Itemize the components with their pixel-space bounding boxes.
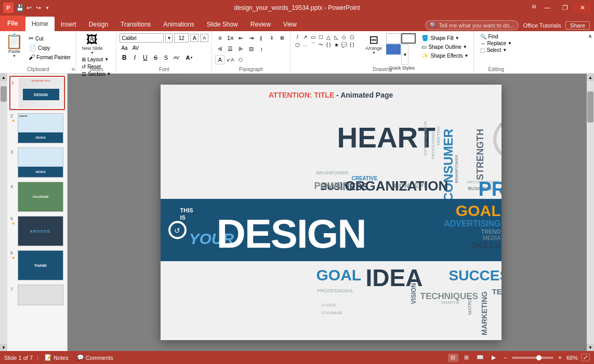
cut-btn[interactable]: ✂Cut xyxy=(27,34,73,43)
zoom-thumb[interactable] xyxy=(536,355,542,360)
convert-smartart-btn[interactable]: ⬡ xyxy=(236,55,245,64)
clipboard-expand[interactable]: ⧉ xyxy=(72,67,75,72)
line-spacing-btn[interactable]: ↕ xyxy=(257,44,266,53)
minimize-btn[interactable]: — xyxy=(539,3,556,13)
justify-btn[interactable]: ⊟ xyxy=(246,44,256,53)
qat-more[interactable]: ▼ xyxy=(44,4,51,11)
slide-thumb-2[interactable]: 2 ★ DESIGN DESIGN xyxy=(9,112,65,144)
paste-btn[interactable]: 📋 Paste ▼ xyxy=(3,33,25,59)
font-size-decrease[interactable]: A xyxy=(200,34,208,42)
bullets-btn[interactable]: ≡ xyxy=(215,33,225,43)
shape-brace[interactable]: { } xyxy=(325,41,332,48)
strikethrough-btn[interactable]: S xyxy=(151,53,160,62)
tab-design[interactable]: Design xyxy=(83,18,114,31)
quick-style-dropdown[interactable]: ▼ xyxy=(401,44,408,65)
slide-thumb-4[interactable]: 4 VOLUNTEER xyxy=(9,181,65,213)
shape-hex[interactable]: ⬡ xyxy=(294,41,301,48)
text-direction-btn2[interactable]: ↙A xyxy=(226,55,235,64)
shape-line[interactable]: / xyxy=(294,33,301,41)
qat-undo[interactable]: ↩ xyxy=(25,4,33,12)
align-right-btn[interactable]: ⫸ xyxy=(236,44,245,53)
columns-btn[interactable]: ⫿ xyxy=(257,33,266,43)
text-direction-btn[interactable]: ⭻ xyxy=(267,33,276,43)
qat-save[interactable]: 💾 xyxy=(16,4,24,12)
comments-btn[interactable]: 💬 Comments xyxy=(75,353,115,362)
quick-style-3[interactable] xyxy=(386,44,401,55)
zoom-out-btn[interactable]: − xyxy=(502,354,509,361)
find-btn[interactable]: 🔍Find xyxy=(477,33,515,40)
bold-btn[interactable]: B xyxy=(120,53,129,62)
align-center-btn[interactable]: ☰ xyxy=(226,44,235,53)
align-left-btn[interactable]: ⫷ xyxy=(215,44,225,53)
shape-star[interactable]: ★ xyxy=(333,41,340,48)
slideshow-btn[interactable]: ▶ xyxy=(489,354,499,362)
slide-thumb-7[interactable]: 7 xyxy=(9,284,65,306)
format-painter-btn[interactable]: 🖌Format Painter xyxy=(27,53,73,61)
office-tutorials-link[interactable]: Office Tutorials xyxy=(523,22,561,29)
font-size-input[interactable] xyxy=(174,33,189,43)
left-scroll-thumb[interactable] xyxy=(1,86,7,102)
italic-btn[interactable]: I xyxy=(130,53,139,62)
shape-curve[interactable]: ⌒ xyxy=(309,41,316,48)
scroll-up-btn[interactable]: ▲ xyxy=(0,74,7,81)
smart-art-btn[interactable]: ⊠ xyxy=(278,33,287,43)
shadow-btn[interactable]: S xyxy=(161,53,170,62)
quick-style-1[interactable] xyxy=(386,33,401,44)
shape-callout[interactable]: 💬 xyxy=(340,41,348,48)
shape-rtriangle[interactable]: ◺ xyxy=(333,33,340,41)
font-size-increase[interactable]: A xyxy=(190,34,199,42)
slide-thumb-6[interactable]: 6 ★ THANK xyxy=(9,249,65,281)
fit-slide-btn[interactable]: ⤢ xyxy=(581,354,590,361)
normal-view-btn[interactable]: ⊟ xyxy=(448,354,458,362)
scroll-down-btn[interactable]: ▼ xyxy=(0,344,7,351)
scroll-up-btn[interactable]: ▲ xyxy=(587,74,594,81)
select-btn[interactable]: ⬚Select▼ xyxy=(477,47,515,53)
new-slide-btn[interactable]: 🖼 New Slide ▼ xyxy=(80,33,105,56)
slide-thumb-5[interactable]: 5 ★ ARTISTIC xyxy=(9,215,65,247)
quick-style-2[interactable] xyxy=(401,33,416,44)
slide-thumb-1[interactable]: 1 ATTENTION: TITLE DESIGN xyxy=(9,76,65,110)
shape-pentagon[interactable]: ⬠ xyxy=(348,33,355,41)
tab-view[interactable]: View xyxy=(277,18,303,31)
share-btn[interactable]: Share xyxy=(565,21,590,30)
scroll-down-btn[interactable]: ▼ xyxy=(587,344,594,351)
underline-btn[interactable]: U xyxy=(140,53,150,62)
restore-window-btn[interactable]: ⧉ xyxy=(530,3,538,11)
slide-sorter-btn[interactable]: ⊞ xyxy=(461,354,472,362)
shape-diamond[interactable]: ◇ xyxy=(340,33,348,41)
copy-btn[interactable]: 📄Copy xyxy=(27,44,73,52)
char-spacing-btn2[interactable]: AV xyxy=(171,53,181,62)
font-name-dropdown[interactable]: ▼ xyxy=(165,33,173,43)
notes-btn[interactable]: 📝 Notes xyxy=(43,353,71,362)
clear-format-btn[interactable]: Aa xyxy=(120,44,129,52)
shape-freeform[interactable]: 〜 xyxy=(317,41,324,48)
tab-file[interactable]: File xyxy=(0,16,25,31)
text-shadow-btn2[interactable]: A xyxy=(215,55,225,64)
maximize-btn[interactable]: ❐ xyxy=(557,3,573,13)
numbering-btn[interactable]: 1≡ xyxy=(226,33,235,43)
ribbon-collapse-btn[interactable]: ∧ xyxy=(586,31,594,73)
font-name-input[interactable] xyxy=(120,33,164,43)
close-btn[interactable]: ✕ xyxy=(574,3,591,13)
shape-rect[interactable]: ▭ xyxy=(309,33,316,41)
tell-me-input[interactable]: 🔍 Tell me what you want to do... xyxy=(425,20,519,30)
shape-effects-btn[interactable]: ✨Shape Effects▼ xyxy=(419,52,470,60)
slide-thumb-3[interactable]: 3 DESIGN xyxy=(9,146,65,179)
shape-arrow[interactable]: ↗ xyxy=(301,33,309,41)
reading-view-btn[interactable]: 📖 xyxy=(475,354,485,362)
increase-indent[interactable]: ⇥ xyxy=(246,33,256,43)
shape-rounded-rect[interactable]: ▢ xyxy=(317,33,324,41)
shape-outline-btn[interactable]: ▭Shape Outline▼ xyxy=(419,43,470,51)
layout-btn[interactable]: ⊞Layout▼ xyxy=(80,56,113,63)
shape-more[interactable]: … xyxy=(301,41,309,48)
tab-slideshow[interactable]: Slide Show xyxy=(201,18,244,31)
v-scroll-thumb[interactable] xyxy=(587,91,593,123)
font-color-btn[interactable]: A▼ xyxy=(182,53,196,62)
zoom-in-btn[interactable]: + xyxy=(557,354,563,361)
tab-home[interactable]: Home xyxy=(25,17,55,31)
char-spacing-btn[interactable]: AV xyxy=(131,44,141,52)
shape-triangle[interactable]: △ xyxy=(325,33,332,41)
replace-btn[interactable]: ↔Replace▼ xyxy=(477,40,515,47)
tab-insert[interactable]: Insert xyxy=(55,18,83,31)
zoom-slider[interactable] xyxy=(512,357,553,359)
